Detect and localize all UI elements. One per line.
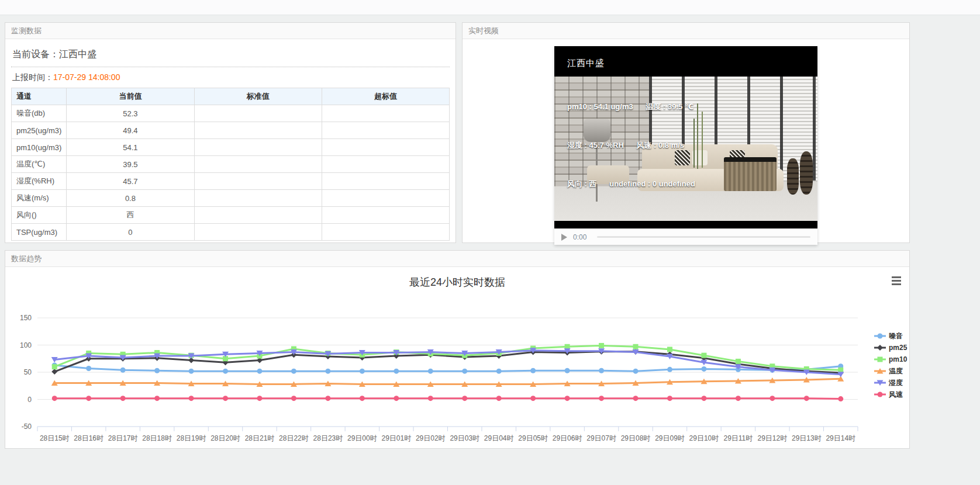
video-panel-title: 实时视频	[463, 23, 909, 39]
x-axis-label: 28日19时	[177, 434, 206, 442]
legend-item[interactable]: 噪音	[874, 332, 903, 340]
x-axis-label: 29日13时	[792, 434, 822, 442]
current-device-label: 当前设备：江西中盛	[11, 45, 450, 67]
value-cell: 45.7	[67, 173, 194, 190]
value-cell	[322, 122, 449, 139]
x-axis-label: 29日06时	[553, 434, 582, 442]
channel-cell: pm10(ug/m3)	[12, 139, 67, 156]
channel-cell: 风向()	[12, 207, 67, 224]
legend-item[interactable]: pm10	[874, 355, 907, 363]
video-player: 江西中盛	[554, 46, 817, 245]
table-row: TSP(ug/m3)0	[12, 224, 450, 241]
table-header-cell: 超标值	[322, 88, 449, 105]
video-time-display: 0:00	[573, 233, 586, 241]
x-axis-label: 29日03时	[450, 434, 479, 442]
video-panel: 实时视频 江西中盛	[462, 22, 910, 243]
value-cell	[322, 156, 449, 173]
x-axis-label: 29日08时	[621, 434, 651, 442]
value-cell	[322, 224, 449, 241]
channel-cell: 噪音(db)	[12, 105, 67, 122]
video-titlebar: 江西中盛	[554, 46, 817, 77]
value-cell	[322, 190, 449, 207]
x-axis-label: 29日11时	[723, 434, 753, 442]
series-pm10	[52, 343, 844, 373]
value-cell	[194, 139, 322, 156]
scene-vase	[800, 151, 813, 195]
legend-item[interactable]: pm25	[874, 344, 907, 352]
y-axis-label: -50	[22, 422, 32, 431]
legend-item[interactable]: 温度	[874, 367, 903, 375]
value-cell: 0.8	[67, 190, 194, 207]
table-row: 风速(m/s)0.8	[12, 190, 450, 207]
x-axis-label: 29日00时	[347, 434, 377, 442]
series-风速	[52, 396, 844, 401]
video-frame[interactable]: 噪音 : 52.3 db pm25 : 49.4 ug/m3 pm10 : 54…	[554, 77, 817, 221]
table-header-cell: 标准值	[194, 88, 322, 105]
value-cell: 0	[67, 224, 194, 241]
table-header-cell: 当前值	[67, 88, 194, 105]
scene-coffee-table	[724, 157, 777, 191]
channel-cell: 风速(m/s)	[12, 190, 67, 207]
video-sensor-overlay: 噪音 : 52.3 db pm25 : 49.4 ug/m3 pm10 : 54…	[567, 77, 695, 216]
value-cell: 49.4	[67, 122, 194, 139]
table-row: pm25(ug/m3)49.4	[12, 122, 450, 139]
x-axis-label: 28日20时	[211, 434, 240, 442]
channel-cell: TSP(ug/m3)	[12, 224, 67, 241]
video-letterbox	[554, 221, 817, 228]
value-cell	[194, 122, 322, 139]
x-axis-label: 29日10时	[689, 434, 719, 442]
value-cell	[194, 173, 322, 190]
channel-cell: 温度(℃)	[12, 156, 67, 173]
monitor-table: 通道当前值标准值超标值 噪音(db)52.3pm25(ug/m3)49.4pm1…	[11, 88, 450, 241]
x-axis-label: 28日18时	[142, 434, 172, 442]
value-cell	[322, 105, 449, 122]
legend-item[interactable]: 湿度	[874, 379, 903, 387]
video-progress-bar[interactable]	[597, 236, 810, 238]
trend-panel-title: 数据趋势	[5, 251, 909, 267]
x-axis-label: 29日07时	[586, 434, 616, 442]
svg-text:最近24小时实时数据: 最近24小时实时数据	[409, 276, 505, 288]
y-axis-label: 100	[20, 341, 32, 349]
legend-label: 噪音	[889, 332, 903, 340]
y-axis-label: 50	[24, 368, 32, 376]
table-row: 湿度(%RH)45.7	[12, 173, 450, 190]
monitor-table-header-row: 通道当前值标准值超标值	[12, 88, 450, 105]
value-cell	[194, 105, 322, 122]
table-row: 温度(℃)39.5	[12, 156, 450, 173]
x-axis-label: 29日02时	[416, 434, 446, 442]
scene-plant	[697, 103, 698, 169]
y-axis-label: 0	[27, 396, 32, 404]
monitor-panel-title: 监测数据	[5, 23, 456, 39]
table-header-cell: 通道	[12, 88, 67, 105]
legend-label: pm25	[889, 344, 907, 352]
table-row: 风向()西	[12, 207, 450, 224]
chart-menu-button[interactable]	[892, 276, 901, 287]
x-axis-label: 28日22时	[279, 434, 309, 442]
value-cell: 西	[67, 207, 194, 224]
value-cell	[322, 139, 449, 156]
x-axis-label: 28日17时	[108, 434, 138, 442]
trend-chart-container: 最近24小时实时数据150100500-5028日15时28日16时28日17时…	[5, 267, 909, 451]
top-bar	[0, 0, 980, 15]
scene-plant	[702, 112, 703, 168]
report-time: 上报时间：17-07-29 14:08:00	[11, 67, 450, 88]
value-cell: 39.5	[67, 156, 194, 173]
legend-label: 温度	[889, 367, 903, 375]
series-温度	[51, 376, 844, 387]
channel-cell: 湿度(%RH)	[12, 173, 67, 190]
legend-item[interactable]: 风速	[874, 390, 903, 399]
value-cell: 54.1	[67, 139, 194, 156]
value-cell	[194, 156, 322, 173]
x-axis-label: 29日04时	[484, 434, 514, 442]
channel-cell: pm25(ug/m3)	[12, 122, 67, 139]
page-content: 监测数据 当前设备：江西中盛 上报时间：17-07-29 14:08:00 通道…	[0, 15, 980, 449]
x-axis-label: 29日01时	[381, 434, 411, 442]
overlay-line: 风向 : 西 undefined : 0 undefined	[567, 178, 695, 190]
x-axis-label: 28日23时	[313, 434, 343, 442]
report-time-label: 上报时间：	[12, 72, 53, 82]
monitor-panel: 监测数据 当前设备：江西中盛 上报时间：17-07-29 14:08:00 通道…	[5, 22, 456, 243]
x-axis-label: 28日15时	[40, 434, 70, 442]
table-row: pm10(ug/m3)54.1	[12, 139, 450, 156]
play-button-icon[interactable]	[561, 234, 567, 241]
value-cell	[322, 207, 449, 224]
